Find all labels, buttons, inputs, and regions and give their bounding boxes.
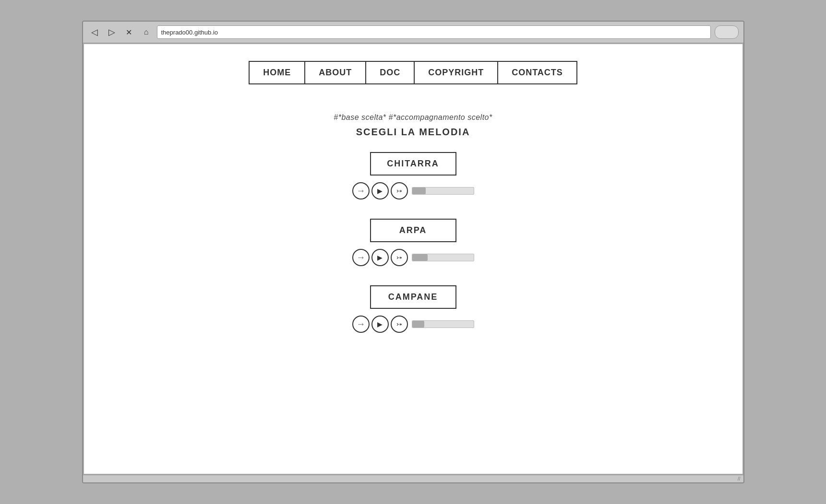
browser-window: ◁ ▷ ✕ ⌂ HOME ABOUT DOC COPYRIGHT CONTACT… <box>82 21 744 483</box>
arpa-rewind-button[interactable]: ⤑ <box>352 249 370 266</box>
arpa-play-button[interactable]: ▶ <box>371 249 389 266</box>
nav-doc[interactable]: DOC <box>366 62 415 83</box>
chitarra-rewind-button[interactable]: ⤑ <box>352 182 370 199</box>
nav-copyright[interactable]: COPYRIGHT <box>415 62 498 83</box>
search-button[interactable] <box>715 25 739 39</box>
nav-contacts[interactable]: CONTACTS <box>498 62 576 83</box>
chitarra-player: ⤑ ▶ ⤐ <box>352 182 474 199</box>
browser-statusbar: // <box>83 475 743 482</box>
chitarra-progress-bar[interactable] <box>412 187 474 195</box>
chitarra-progress-fill <box>412 188 426 194</box>
nav-menu: HOME ABOUT DOC COPYRIGHT CONTACTS <box>249 61 577 84</box>
campane-play-button[interactable]: ▶ <box>371 316 389 333</box>
campane-progress-fill <box>412 321 425 328</box>
instrument-campane-section: CAMPANE ⤑ ▶ ⤐ <box>352 285 474 333</box>
arpa-progress-bar[interactable] <box>412 254 474 261</box>
close-button[interactable]: ✕ <box>122 25 136 39</box>
back-button[interactable]: ◁ <box>88 25 101 39</box>
campane-progress-bar[interactable] <box>412 320 474 328</box>
arpa-forward-button[interactable]: ⤐ <box>391 249 408 266</box>
forward-button[interactable]: ▷ <box>105 25 119 39</box>
nav-about[interactable]: ABOUT <box>305 62 366 83</box>
browser-content: HOME ABOUT DOC COPYRIGHT CONTACTS #*base… <box>83 43 743 475</box>
campane-player: ⤑ ▶ ⤐ <box>352 316 474 333</box>
arpa-player: ⤑ ▶ ⤐ <box>352 249 474 266</box>
home-button[interactable]: ⌂ <box>140 25 153 39</box>
arpa-progress-fill <box>412 254 428 261</box>
chitarra-play-button[interactable]: ▶ <box>371 182 389 199</box>
status-indicator: // <box>738 476 741 481</box>
campane-button[interactable]: CAMPANE <box>370 285 456 309</box>
chitarra-button[interactable]: CHITARRA <box>370 152 456 176</box>
instrument-chitarra-section: CHITARRA ⤑ ▶ ⤐ <box>352 152 474 199</box>
instrument-arpa-section: ARPA ⤑ ▶ ⤐ <box>352 219 474 266</box>
section-title: SCEGLI LA MELODIA <box>356 127 470 138</box>
address-bar[interactable] <box>157 25 711 39</box>
browser-toolbar: ◁ ▷ ✕ ⌂ <box>83 22 743 43</box>
nav-home[interactable]: HOME <box>250 62 305 83</box>
arpa-button[interactable]: ARPA <box>370 219 456 242</box>
campane-forward-button[interactable]: ⤐ <box>391 316 408 333</box>
page-subtitle: #*base scelta* #*accompagnamento scelto* <box>334 113 492 122</box>
chitarra-forward-button[interactable]: ⤐ <box>391 182 408 199</box>
campane-rewind-button[interactable]: ⤑ <box>352 316 370 333</box>
